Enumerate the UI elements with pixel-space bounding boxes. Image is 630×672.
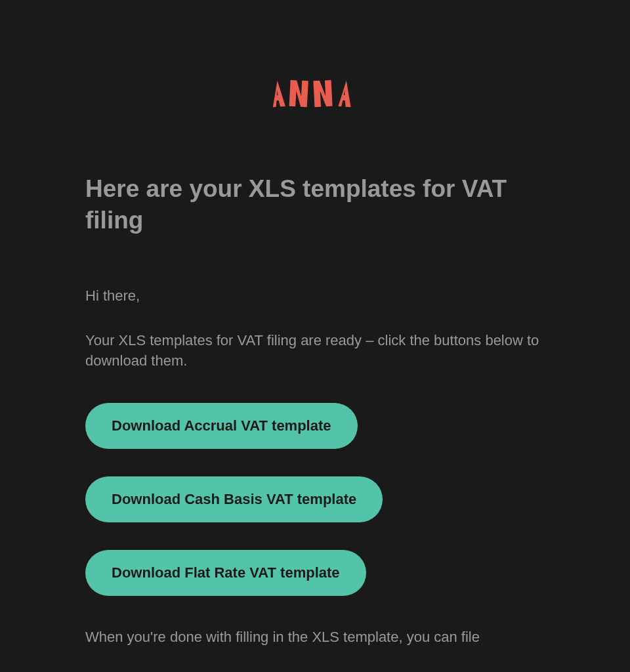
download-cash-basis-button[interactable]: Download Cash Basis VAT template (85, 476, 383, 522)
logo-icon (262, 72, 368, 121)
download-accrual-button[interactable]: Download Accrual VAT template (85, 403, 358, 449)
body-text: Your XLS templates for VAT filing are re… (85, 331, 545, 371)
logo-wrapper (85, 0, 545, 173)
download-flat-rate-button[interactable]: Download Flat Rate VAT template (85, 550, 366, 596)
greeting-text: Hi there, (85, 287, 545, 304)
email-container: Here are your XLS templates for VAT fili… (72, 0, 558, 648)
footer-text: When you're done with filling in the XLS… (85, 627, 545, 648)
page-title: Here are your XLS templates for VAT fili… (85, 173, 545, 236)
button-group: Download Accrual VAT template Download C… (85, 403, 545, 596)
